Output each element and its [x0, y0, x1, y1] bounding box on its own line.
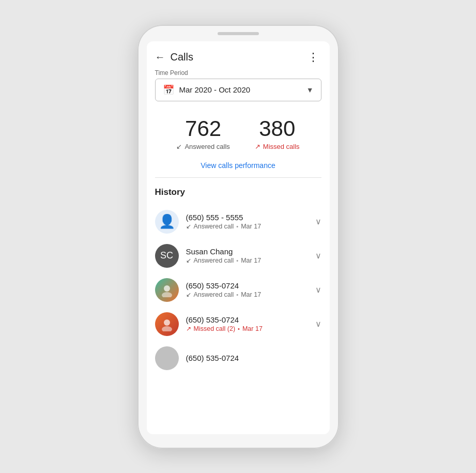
answered-calls-count: 762 [185, 118, 221, 140]
missed-calls-count: 380 [259, 118, 295, 140]
avatar-face-icon [160, 283, 174, 297]
history-section: History 👤 (650) 555 - 5555 ↙ Answered ca… [147, 178, 330, 375]
stats-section: 762 ↙ Answered calls 380 ↗ Missed calls [147, 109, 330, 156]
call-info: Susan Chang ↙ Answered call • Mar 17 [186, 247, 311, 264]
answered-call-icon: ↙ [176, 143, 182, 150]
call-date: Mar 17 [241, 223, 261, 230]
call-detail: ↙ Answered call • Mar 17 [186, 257, 311, 264]
view-calls-performance-link[interactable]: View calls performance [147, 156, 330, 177]
call-info: (650) 535-0724 [186, 354, 321, 362]
call-dot: • [236, 292, 238, 298]
call-item[interactable]: (650) 535-0724 ↗ Missed call (2) • Mar 1… [155, 307, 321, 341]
missed-icon: ↗ [186, 325, 191, 332]
chevron-down-icon[interactable]: ∨ [315, 217, 321, 226]
call-name: (650) 535-0724 [186, 281, 311, 290]
call-name: (650) 555 - 5555 [186, 213, 311, 222]
missed-calls-label: Missed calls [263, 143, 300, 150]
time-period-select[interactable]: 📅 Mar 2020 - Oct 2020 ▼ [155, 79, 321, 101]
missed-calls-stat: 380 ↗ Missed calls [255, 118, 300, 150]
history-title: History [155, 187, 321, 197]
call-dot: • [236, 257, 238, 264]
view-calls-performance-text[interactable]: View calls performance [201, 161, 275, 170]
svg-point-0 [164, 285, 170, 292]
avatar [155, 312, 179, 336]
header: ← Calls ⋮ [147, 41, 330, 69]
call-detail: ↙ Answered call • Mar 17 [186, 291, 311, 298]
call-item[interactable]: (650) 535-0724 [155, 341, 321, 375]
missed-call-icon: ↗ [255, 143, 260, 150]
call-info: (650) 535-0724 ↗ Missed call (2) • Mar 1… [186, 315, 311, 332]
time-period-section: Time Period 📅 Mar 2020 - Oct 2020 ▼ [147, 69, 330, 109]
answered-icon: ↙ [186, 291, 191, 298]
time-period-label: Time Period [155, 69, 321, 77]
avatar [155, 346, 179, 370]
svg-point-3 [162, 326, 172, 331]
answered-calls-stat: 762 ↙ Answered calls [176, 118, 229, 150]
back-icon[interactable]: ← [155, 51, 165, 63]
chevron-down-icon[interactable]: ∨ [315, 319, 321, 329]
call-status: Answered call [194, 291, 234, 298]
person-icon: 👤 [159, 213, 175, 230]
time-period-value: Mar 2020 - Oct 2020 [179, 85, 251, 94]
call-name: (650) 535-0724 [186, 354, 321, 362]
more-icon[interactable]: ⋮ [308, 51, 319, 64]
call-date: Mar 17 [242, 325, 263, 332]
svg-point-2 [164, 319, 170, 326]
call-status: Missed call (2) [194, 325, 236, 332]
answered-calls-label: Answered calls [185, 143, 229, 150]
call-name: (650) 535-0724 [186, 315, 311, 324]
dropdown-arrow-icon: ▼ [306, 86, 314, 94]
missed-calls-label-row: ↗ Missed calls [255, 143, 300, 150]
avatar: 👤 [155, 210, 179, 234]
svg-point-1 [162, 292, 172, 297]
call-status: Answered call [194, 257, 234, 264]
call-date: Mar 17 [241, 257, 261, 264]
phone-frame: ← Calls ⋮ Time Period 📅 Mar 2020 - Oct 2… [137, 25, 339, 449]
avatar-face-icon [160, 317, 174, 331]
avatar: SC [155, 244, 179, 268]
avatar-initials: SC [160, 250, 173, 261]
call-dot: • [236, 223, 238, 230]
phone-notch [218, 32, 259, 35]
time-period-inner: 📅 Mar 2020 - Oct 2020 [163, 84, 251, 96]
header-left: ← Calls [155, 51, 193, 63]
answered-calls-label-row: ↙ Answered calls [176, 143, 229, 150]
chevron-down-icon[interactable]: ∨ [315, 251, 321, 261]
call-item[interactable]: SC Susan Chang ↙ Answered call • Mar 17 … [155, 239, 321, 273]
call-status: Answered call [194, 223, 234, 230]
avatar [155, 278, 179, 302]
calendar-icon: 📅 [163, 84, 174, 96]
call-detail: ↗ Missed call (2) • Mar 17 [186, 325, 311, 332]
answered-icon: ↙ [186, 223, 191, 230]
call-item[interactable]: 👤 (650) 555 - 5555 ↙ Answered call • Mar… [155, 205, 321, 239]
chevron-down-icon[interactable]: ∨ [315, 285, 321, 295]
call-dot: • [238, 326, 240, 332]
call-info: (650) 535-0724 ↙ Answered call • Mar 17 [186, 281, 311, 298]
answered-icon: ↙ [186, 257, 191, 264]
page-title: Calls [171, 51, 193, 63]
call-detail: ↙ Answered call • Mar 17 [186, 223, 311, 230]
call-name: Susan Chang [186, 247, 311, 256]
call-item[interactable]: (650) 535-0724 ↙ Answered call • Mar 17 … [155, 273, 321, 307]
call-info: (650) 555 - 5555 ↙ Answered call • Mar 1… [186, 213, 311, 230]
phone-screen: ← Calls ⋮ Time Period 📅 Mar 2020 - Oct 2… [147, 41, 330, 434]
call-date: Mar 17 [241, 291, 261, 298]
